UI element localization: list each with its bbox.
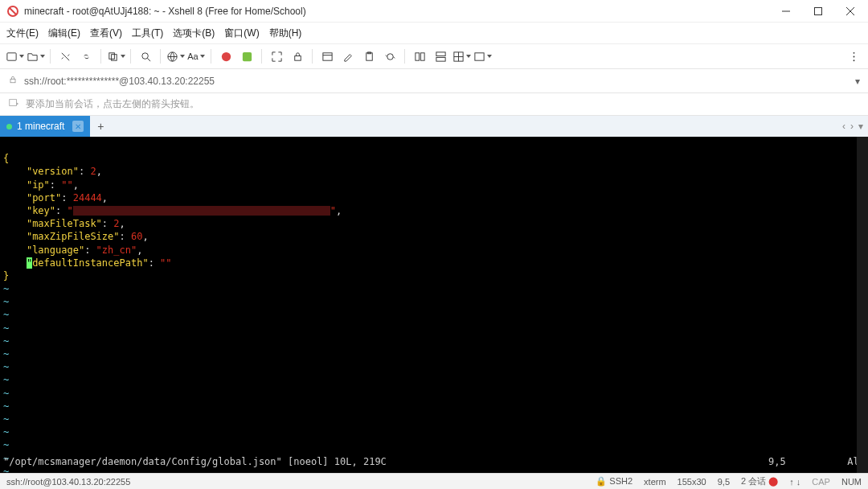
status-ssh: 🔒 SSH2: [596, 476, 633, 487]
more-button[interactable]: [844, 47, 863, 66]
menu-edit[interactable]: 编辑(E): [48, 27, 80, 40]
svg-point-21: [853, 60, 854, 61]
add-tab-button[interactable]: +: [90, 116, 111, 137]
xshell-icon[interactable]: [216, 47, 235, 66]
menu-bar: 文件(E) 编辑(E) 查看(V) 工具(T) 选项卡(B) 窗口(W) 帮助(…: [0, 23, 868, 43]
tab-minecraft[interactable]: 1 minecraft ✕: [0, 116, 90, 137]
menu-file[interactable]: 文件(E): [6, 27, 39, 40]
terminal[interactable]: { "version": 2, "ip": "", "port": 24444,…: [0, 137, 868, 473]
fullscreen-button[interactable]: [267, 47, 286, 66]
clipboard-button[interactable]: [359, 47, 379, 66]
lock-button[interactable]: [288, 47, 307, 66]
vim-tilde: ~: [3, 296, 9, 307]
separator: [404, 49, 405, 64]
maximize-button[interactable]: [802, 0, 834, 23]
svg-rect-2: [6, 52, 15, 60]
new-session-button[interactable]: [5, 47, 24, 66]
search-button[interactable]: [136, 47, 155, 66]
status-dot-icon: [6, 124, 12, 129]
tab-label: 1 minecraft: [17, 121, 64, 132]
svg-rect-14: [420, 52, 424, 60]
vim-status-line: "/opt/mcsmanager/daemon/data/Config/glob…: [3, 455, 865, 468]
vim-filename: "/opt/mcsmanager/daemon/data/Config/glob…: [3, 455, 768, 468]
vim-tilde: ~: [3, 283, 9, 294]
address-bar[interactable]: ssh://root:**************@103.40.13.20:2…: [0, 69, 868, 93]
encoding-button[interactable]: [166, 47, 185, 66]
status-termtype: xterm: [644, 477, 666, 487]
svg-rect-23: [10, 100, 17, 106]
hint-bar: 要添加当前会话，点击左侧的箭头按钮。: [0, 93, 868, 116]
session-tabs: 1 minecraft ✕ + ‹ › ▾: [0, 116, 868, 137]
vim-tilde: ~: [3, 413, 9, 425]
close-button[interactable]: [834, 0, 866, 23]
separator: [50, 49, 51, 64]
minimize-button[interactable]: [770, 0, 802, 23]
menu-window[interactable]: 窗口(W): [224, 27, 259, 40]
svg-rect-18: [474, 52, 483, 60]
status-size: 155x30: [678, 477, 706, 487]
arrow-icon[interactable]: [8, 97, 19, 111]
tab-prev-button[interactable]: ‹: [842, 121, 845, 132]
separator: [100, 49, 101, 64]
svg-rect-1: [815, 7, 822, 14]
status-sessions: 2 会话 ⬤: [741, 475, 778, 487]
tile-h-button[interactable]: [410, 47, 429, 66]
status-cursor: 9,5: [718, 477, 730, 487]
redacted-key: [73, 206, 330, 216]
svg-rect-10: [322, 52, 331, 60]
svg-rect-9: [294, 55, 301, 60]
svg-rect-16: [436, 57, 444, 61]
status-connection: ssh://root@103.40.13.20:22255: [6, 477, 584, 487]
window-titlebar: minecraft - root@qAtUJj4188: ~ - Xshell …: [0, 0, 868, 23]
view-button[interactable]: [473, 47, 492, 66]
window-title: minecraft - root@qAtUJj4188: ~ - Xshell …: [24, 6, 770, 17]
separator: [160, 49, 161, 64]
tab-nav: ‹ › ▾: [842, 116, 863, 137]
tab-dropdown-button[interactable]: ▾: [858, 121, 863, 132]
chevron-down-icon[interactable]: ▾: [855, 76, 860, 87]
svg-point-7: [221, 51, 230, 60]
reconnect-button[interactable]: [76, 47, 96, 66]
status-bar: ssh://root@103.40.13.20:22255 🔒 SSH2 xte…: [0, 473, 868, 489]
separator: [312, 49, 313, 64]
status-arrows[interactable]: ↑ ↓: [789, 477, 800, 487]
svg-point-19: [853, 51, 854, 53]
tab-close-button[interactable]: ✕: [72, 121, 84, 132]
tab-next-button[interactable]: ›: [850, 121, 854, 132]
svg-rect-22: [10, 79, 15, 83]
separator: [130, 49, 131, 64]
font-button[interactable]: Aa: [186, 47, 206, 66]
terminal-scrollbar[interactable]: [857, 137, 868, 473]
layout-button[interactable]: [452, 47, 471, 66]
separator: [211, 49, 211, 64]
tile-v-button[interactable]: [431, 47, 450, 66]
menu-tools[interactable]: 工具(T): [132, 27, 163, 40]
vim-tilde: ~: [3, 348, 9, 360]
copy-button[interactable]: [106, 47, 125, 66]
svg-rect-15: [436, 51, 444, 55]
vim-tilde: ~: [3, 401, 9, 412]
lock-icon: [8, 75, 18, 87]
vim-tilde: ~: [3, 388, 9, 399]
calendar-button[interactable]: [317, 47, 337, 66]
toolbar: Aa: [0, 43, 868, 69]
sync-button[interactable]: [380, 47, 399, 66]
vim-tilde: ~: [3, 426, 9, 438]
menu-help[interactable]: 帮助(H): [269, 27, 302, 40]
hint-text: 要添加当前会话，点击左侧的箭头按钮。: [26, 97, 199, 111]
svg-rect-13: [415, 52, 419, 60]
svg-rect-8: [242, 51, 251, 60]
menu-tab[interactable]: 选项卡(B): [173, 27, 215, 40]
json-brace-open: {: [3, 153, 9, 164]
json-brace-close: }: [3, 270, 9, 281]
disconnect-button[interactable]: [55, 47, 75, 66]
menu-view[interactable]: 查看(V): [90, 27, 122, 40]
highlight-button[interactable]: [338, 47, 358, 66]
open-button[interactable]: [26, 47, 45, 66]
vim-tilde: ~: [3, 323, 9, 334]
status-cap: CAP: [812, 477, 830, 487]
vim-tilde: ~: [3, 361, 9, 372]
address-url: ssh://root:**************@103.40.13.20:2…: [24, 76, 849, 87]
svg-point-5: [141, 52, 148, 59]
green-badge-icon[interactable]: [237, 47, 256, 66]
